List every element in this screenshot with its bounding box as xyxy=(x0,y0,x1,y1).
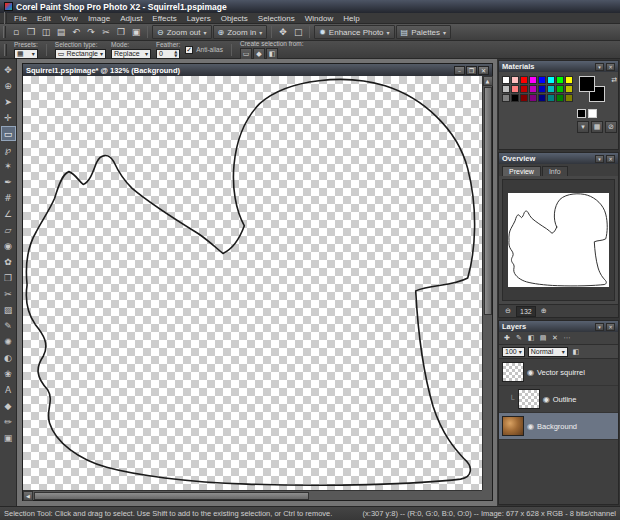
palette-swatch-2-5[interactable] xyxy=(547,94,555,102)
materials-close-icon[interactable]: ✕ xyxy=(606,63,615,71)
palette-swatch-0-2[interactable] xyxy=(520,76,528,84)
move-tool[interactable]: ✛ xyxy=(1,110,16,125)
palette-swatch-0-0[interactable] xyxy=(502,76,510,84)
doc-minimize-button[interactable]: – xyxy=(454,66,465,75)
overview-zoom-out-icon[interactable]: ⊖ xyxy=(503,306,513,316)
selection-tool[interactable]: ▭ xyxy=(1,126,16,141)
tab-preview[interactable]: Preview xyxy=(502,166,541,176)
palette-swatch-2-3[interactable] xyxy=(529,94,537,102)
paste-icon[interactable]: ▣ xyxy=(129,25,143,39)
pick-tool[interactable]: ➤ xyxy=(1,94,16,109)
eraser-tool[interactable]: ▨ xyxy=(1,302,16,317)
color-style-icon[interactable]: ▾ xyxy=(577,121,589,133)
palette-swatch-1-1[interactable] xyxy=(511,85,519,93)
selection-from-raster-icon[interactable]: ▭ xyxy=(240,48,252,60)
pan-view-icon[interactable]: ✥ xyxy=(276,25,290,39)
presets-dropdown[interactable]: ▦ ▾ xyxy=(14,49,38,59)
clone-tool[interactable]: ❐ xyxy=(1,270,16,285)
palette-swatch-1-7[interactable] xyxy=(565,85,573,93)
title-bar[interactable]: Corel Paint Shop Pro Photo X2 - Squirrel… xyxy=(0,0,620,13)
vertical-scrollbar[interactable]: ▲ xyxy=(482,76,492,490)
overview-menu-icon[interactable]: ▾ xyxy=(595,155,604,163)
layers-more-icon[interactable]: ⋯ xyxy=(562,333,572,343)
swap-colors-icon[interactable]: ⇄ xyxy=(611,76,617,84)
new-file-icon[interactable]: ▫ xyxy=(9,25,23,39)
document-titlebar[interactable]: Squirrel1.pspimage* @ 132% (Background) … xyxy=(23,64,492,76)
layer-visibility-icon[interactable]: ◉ xyxy=(543,395,550,404)
paint-brush-tool[interactable]: ✎ xyxy=(1,318,16,333)
red-eye-tool[interactable]: ◉ xyxy=(1,238,16,253)
palette-swatch-2-0[interactable] xyxy=(502,94,510,102)
layer-opacity-input[interactable]: 100 ▾ xyxy=(502,347,525,357)
canvas[interactable] xyxy=(23,76,482,490)
layer-row-background[interactable]: ◉Background xyxy=(499,413,618,440)
layer-row-vector-squirrel[interactable]: ◉Vector squirrel xyxy=(499,359,618,386)
perspective-tool[interactable]: ▱ xyxy=(1,222,16,237)
palette-swatch-1-0[interactable] xyxy=(502,85,510,93)
airbrush-tool[interactable]: ✺ xyxy=(1,334,16,349)
new-raster-layer-icon[interactable]: ✚ xyxy=(502,333,512,343)
transparent-toggle-icon[interactable]: ⊘ xyxy=(605,121,617,133)
menu-image[interactable]: Image xyxy=(83,13,115,24)
print-icon[interactable]: ▤ xyxy=(54,25,68,39)
menu-file[interactable]: File xyxy=(9,13,32,24)
palette-swatch-1-2[interactable] xyxy=(520,85,528,93)
palette-swatch-2-2[interactable] xyxy=(520,94,528,102)
feather-input[interactable]: 0 ▲ ▼ xyxy=(156,49,180,59)
zoom-tool[interactable]: ⊕ xyxy=(1,78,16,93)
selection-from-vector-icon[interactable]: ◆ xyxy=(253,48,265,60)
freehand-selection-tool[interactable]: ℘ xyxy=(1,142,16,157)
save-file-icon[interactable]: ◫ xyxy=(39,25,53,39)
palette-swatch-1-5[interactable] xyxy=(547,85,555,93)
palette-swatch-0-6[interactable] xyxy=(556,76,564,84)
materials-panel-title[interactable]: Materials ▾ ✕ xyxy=(499,61,618,72)
open-file-icon[interactable]: ❒ xyxy=(24,25,38,39)
materials-menu-icon[interactable]: ▾ xyxy=(595,63,604,71)
scratch-remover-tool[interactable]: ✂ xyxy=(1,286,16,301)
scroll-left-icon[interactable]: ◀ xyxy=(23,491,33,501)
magic-wand-tool[interactable]: ✶ xyxy=(1,158,16,173)
layer-visibility-icon[interactable]: ◉ xyxy=(527,422,534,431)
palette-swatch-0-3[interactable] xyxy=(529,76,537,84)
enhance-photo-button[interactable]: ✹ Enhance Photo ▾ xyxy=(314,25,394,39)
palette-swatch-0-4[interactable] xyxy=(538,76,546,84)
palette-swatch-2-6[interactable] xyxy=(556,94,564,102)
menu-effects[interactable]: Effects xyxy=(147,13,181,24)
layers-close-icon[interactable]: ✕ xyxy=(606,323,615,331)
scroll-up-icon[interactable]: ▲ xyxy=(483,76,493,86)
pen-tool[interactable]: ✏ xyxy=(1,414,16,429)
feather-down-icon[interactable]: ▼ xyxy=(174,54,177,58)
feather-spinner[interactable]: ▲ ▼ xyxy=(174,50,177,58)
overview-close-icon[interactable]: ✕ xyxy=(606,155,615,163)
blend-mode-select[interactable]: Normal ▾ xyxy=(528,347,568,357)
gradient-style-icon[interactable]: ▦ xyxy=(591,121,603,133)
menu-view[interactable]: View xyxy=(56,13,83,24)
text-tool[interactable]: A xyxy=(1,382,16,397)
menu-adjust[interactable]: Adjust xyxy=(115,13,147,24)
foreground-swatch[interactable] xyxy=(579,76,595,92)
foreground-material-swatch[interactable] xyxy=(577,109,586,118)
zoom-out-button[interactable]: ⊖ Zoom out ▾ xyxy=(152,25,212,39)
overview-zoom-in-icon[interactable]: ⊕ xyxy=(539,306,549,316)
menu-edit[interactable]: Edit xyxy=(32,13,56,24)
menu-layers[interactable]: Layers xyxy=(182,13,216,24)
straighten-tool[interactable]: ∠ xyxy=(1,206,16,221)
new-mask-layer-icon[interactable]: ◧ xyxy=(526,333,536,343)
horizontal-scroll-thumb[interactable] xyxy=(34,492,309,500)
background-material-swatch[interactable] xyxy=(588,109,597,118)
cut-icon[interactable]: ✂ xyxy=(99,25,113,39)
menu-selections[interactable]: Selections xyxy=(253,13,300,24)
delete-layer-icon[interactable]: ✕ xyxy=(550,333,560,343)
doc-close-button[interactable]: ✕ xyxy=(478,66,489,75)
overview-panel-title[interactable]: Overview ▾ ✕ xyxy=(499,153,618,164)
menu-window[interactable]: Window xyxy=(300,13,338,24)
palette-swatch-0-1[interactable] xyxy=(511,76,519,84)
layers-menu-icon[interactable]: ▾ xyxy=(595,323,604,331)
zoom-in-button[interactable]: ⊕ Zoom in ▾ xyxy=(213,25,268,39)
palette-swatch-2-7[interactable] xyxy=(565,94,573,102)
palette-swatch-1-6[interactable] xyxy=(556,85,564,93)
layer-row-outline[interactable]: └◉Outline xyxy=(499,386,618,413)
crop-tool[interactable]: # xyxy=(1,190,16,205)
vertical-scroll-thumb[interactable] xyxy=(484,87,492,315)
palette-swatch-2-1[interactable] xyxy=(511,94,519,102)
